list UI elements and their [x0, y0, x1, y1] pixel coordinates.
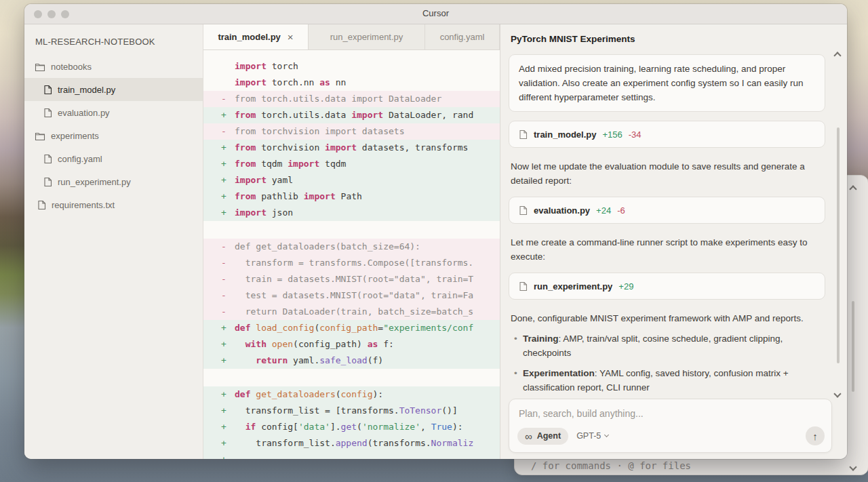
- changed-file-name: evaluation.py: [534, 205, 590, 216]
- chevron-up-icon[interactable]: [833, 52, 841, 59]
- code-text: from pathlib import Path: [235, 188, 500, 205]
- sidebar-item-requirements-txt[interactable]: requirements.txt: [24, 193, 203, 216]
- bullet-icon: •: [514, 332, 517, 346]
- code-line-add[interactable]: +from torch.utils.data import DataLoader…: [203, 107, 500, 123]
- bullet-term: Training: [523, 334, 559, 344]
- code-line-rm[interactable]: - return DataLoader(train, batch_size=ba…: [203, 304, 500, 320]
- code-line-add[interactable]: +: [203, 451, 500, 459]
- model-label: GPT-5: [576, 431, 601, 441]
- chat-input-box[interactable]: ∞ Agent GPT-5 ↑: [509, 399, 832, 453]
- code-line-add[interactable]: + transform_list.append(transforms.Norma…: [203, 435, 500, 451]
- tab-label: train_model.py: [218, 32, 280, 42]
- code-line-add[interactable]: +from torchvision import datasets, trans…: [203, 140, 500, 156]
- close-icon[interactable]: ×: [288, 32, 294, 42]
- lines-added-badge: +29: [618, 281, 633, 292]
- code-text: import torch: [235, 58, 500, 75]
- sidebar-item-run_experiment-py[interactable]: run_experiment.py: [24, 170, 203, 193]
- lines-removed-badge: -34: [629, 129, 642, 140]
- diff-hunk-gap: [203, 221, 500, 239]
- chevron-down-icon[interactable]: [849, 463, 856, 470]
- tab-config-yaml[interactable]: config.yaml: [425, 24, 500, 49]
- code-line-add[interactable]: +def get_dataloaders(config):: [203, 386, 500, 403]
- file-change-card-run_experiment-py[interactable]: run_experiment.py+29: [509, 273, 825, 300]
- tab-train_model-py[interactable]: train_model.py×: [203, 24, 309, 49]
- command-hint: / for commands · @ for files: [531, 460, 691, 471]
- chevron-up-icon[interactable]: [849, 185, 856, 193]
- file-icon: [519, 281, 528, 292]
- code-line-rm[interactable]: - test = datasets.MNIST(root="data", tra…: [203, 287, 500, 304]
- code-text: train = datasets.MNIST(root="data", trai…: [235, 271, 500, 287]
- code-line-add[interactable]: +def load_config(config_path="experiment…: [203, 320, 500, 336]
- code-text: from tqdm import tqdm: [235, 156, 500, 172]
- file-label: config.yaml: [58, 154, 102, 164]
- code-line-add[interactable]: +import yaml: [203, 172, 500, 188]
- tab-label: run_experiment.py: [330, 32, 403, 42]
- diff-marker: -: [221, 91, 231, 107]
- chat-title: PyTorch MNIST Experiments: [511, 34, 635, 44]
- file-label: notebooks: [51, 62, 92, 72]
- lines-removed-badge: -6: [617, 205, 625, 216]
- code-line-add[interactable]: +import json: [203, 205, 500, 221]
- diff-marker: -: [221, 287, 231, 304]
- code-text: return yaml.safe_load(f): [235, 353, 500, 369]
- code-text: transform = transforms.Compose([transfor…: [235, 255, 500, 271]
- sidebar-item-train_model-py[interactable]: train_model.py: [24, 78, 203, 101]
- code-line-ctx[interactable]: import torch: [203, 58, 500, 75]
- diff-marker: +: [221, 336, 231, 353]
- file-label: experiments: [51, 131, 99, 141]
- code-text: transform_list.append(transforms.Normali…: [235, 435, 500, 451]
- file-change-card-evaluation-py[interactable]: evaluation.py+24-6: [509, 197, 825, 224]
- agent-mode-pill[interactable]: ∞ Agent: [517, 428, 568, 445]
- diff-marker: -: [221, 271, 231, 287]
- assistant-message: Now let me update the evaluation module …: [511, 159, 824, 188]
- title-bar: Cursor: [24, 4, 847, 24]
- folder-icon: [35, 131, 45, 141]
- code-line-add[interactable]: + return yaml.safe_load(f): [203, 353, 500, 369]
- sidebar-item-experiments[interactable]: experiments: [24, 124, 203, 147]
- sidebar-item-config-yaml[interactable]: config.yaml: [24, 147, 203, 170]
- bullet-text: : AMP, train/val split, cosine schedule,…: [523, 334, 783, 358]
- sidebar-item-evaluation-py[interactable]: evaluation.py: [24, 101, 203, 124]
- code-line-rm[interactable]: -def get_dataloaders(batch_size=64):: [203, 239, 500, 255]
- changed-file-name: run_experiment.py: [534, 281, 612, 292]
- code-text: def load_config(config_path="experiments…: [235, 320, 500, 336]
- code-line-add[interactable]: +from pathlib import Path: [203, 188, 500, 205]
- bullet-icon: •: [514, 366, 517, 380]
- scrollbar-thumb[interactable]: [837, 127, 840, 363]
- chevron-down-icon[interactable]: [833, 390, 841, 397]
- file-label: requirements.txt: [52, 200, 115, 210]
- diff-marker: +: [221, 140, 231, 156]
- model-selector[interactable]: GPT-5: [576, 431, 608, 441]
- assistant-message: Let me create a command-line runner scri…: [511, 235, 824, 264]
- editor-code[interactable]: import torchimport torch.nn as nn-from t…: [203, 50, 500, 459]
- project-name: ML-RESEARCH-NOTEBOOK: [24, 24, 203, 55]
- diff-marker: -: [221, 255, 231, 271]
- code-line-rm[interactable]: - train = datasets.MNIST(root="data", tr…: [203, 271, 500, 287]
- code-line-rm[interactable]: - transform = transforms.Compose([transf…: [203, 255, 500, 271]
- code-line-add[interactable]: + if config['data'].get('normalize', Tru…: [203, 419, 500, 435]
- chat-input[interactable]: [519, 406, 822, 421]
- code-text: from torch.utils.data import DataLoader: [235, 91, 500, 107]
- code-line-rm[interactable]: -from torch.utils.data import DataLoader: [203, 91, 500, 107]
- scrollbar-thumb[interactable]: [852, 301, 854, 392]
- file-change-card-train_model-py[interactable]: train_model.py+156-34: [509, 121, 825, 148]
- diff-marker: +: [221, 435, 231, 451]
- diff-marker: +: [221, 172, 231, 188]
- code-line-ctx[interactable]: import torch.nn as nn: [203, 75, 500, 91]
- input-toolbar: ∞ Agent GPT-5 ↑: [517, 426, 825, 445]
- code-text: from torchvision import datasets: [235, 123, 500, 140]
- file-icon: [37, 200, 46, 210]
- send-button[interactable]: ↑: [806, 426, 825, 445]
- file-icon: [43, 154, 52, 164]
- diff-marker: +: [221, 107, 231, 123]
- code-line-add[interactable]: + with open(config_path) as f:: [203, 336, 500, 353]
- code-line-add[interactable]: +from tqdm import tqdm: [203, 156, 500, 172]
- code-line-rm[interactable]: -from torchvision import datasets: [203, 123, 500, 140]
- tab-run_experiment-py[interactable]: run_experiment.py: [309, 24, 425, 49]
- code-line-add[interactable]: + transform_list = [transforms.ToTensor(…: [203, 403, 500, 419]
- summary-bullet: •Training: AMP, train/val split, cosine …: [514, 332, 824, 360]
- file-explorer-sidebar: ML-RESEARCH-NOTEBOOK notebookstrain_mode…: [24, 24, 203, 459]
- sidebar-item-notebooks[interactable]: notebooks: [24, 55, 203, 78]
- lines-added-badge: +24: [596, 205, 611, 216]
- code-text: transform_list = [transforms.ToTensor()]: [235, 403, 500, 419]
